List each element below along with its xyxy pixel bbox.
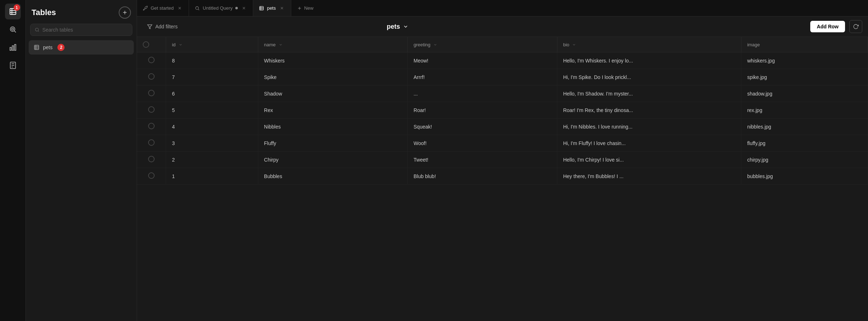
tab-pets-close[interactable]: ✕: [279, 5, 285, 11]
col-name-label: name: [264, 42, 276, 47]
cell-bio-4: Hi, I'm Nibbles. I love running...: [557, 118, 741, 135]
tab-get-started-label: Get started: [151, 5, 174, 11]
sort-icon-greeting: [433, 43, 437, 47]
cell-checkbox-0: [137, 52, 166, 69]
col-header-bio[interactable]: bio: [557, 37, 741, 52]
cell-image-1: spike.jpg: [741, 69, 868, 85]
main-content: Get started ✕ Untitled Query ✕ pets ✕: [137, 0, 868, 321]
tab-untitled-query[interactable]: Untitled Query ✕: [189, 0, 253, 16]
tab-untitled-query-close[interactable]: ✕: [241, 5, 247, 11]
tab-get-started[interactable]: Get started ✕: [137, 0, 189, 16]
refresh-icon: [853, 24, 859, 29]
tab-pets[interactable]: pets ✕: [253, 0, 291, 16]
cell-bio-6: Hello, I'm Chirpy! I love si...: [557, 152, 741, 168]
pets-table-icon: [259, 6, 264, 11]
svg-rect-8: [12, 46, 14, 50]
data-table: id name greeting: [137, 37, 868, 185]
row-checkbox-4[interactable]: [148, 123, 155, 129]
row-checkbox-1[interactable]: [148, 73, 155, 80]
refresh-button[interactable]: [849, 20, 862, 33]
row-checkbox-0[interactable]: [148, 57, 155, 63]
tab-bar: Get started ✕ Untitled Query ✕ pets ✕: [137, 0, 868, 17]
table-body: 8 Whiskers Meow! Hello, I'm Whiskers. I …: [137, 52, 868, 185]
table-row: 7 Spike Arrrf! Hi, I'm Spike. Do I look …: [137, 69, 868, 85]
svg-line-15: [38, 31, 39, 31]
row-checkbox-6[interactable]: [148, 156, 155, 162]
cell-image-4: nibbles.jpg: [741, 118, 868, 135]
table-row: 4 Nibbles Squeak! Hi, I'm Nibbles. I lov…: [137, 118, 868, 135]
sidebar-item-queries[interactable]: [5, 22, 21, 37]
svg-rect-22: [260, 6, 264, 10]
rocket-icon: [143, 6, 148, 11]
svg-point-4: [10, 27, 15, 32]
sidebar-item-tables[interactable]: 1: [5, 4, 21, 19]
col-header-name[interactable]: name: [258, 37, 408, 52]
new-tab-label: New: [304, 5, 313, 11]
toolbar: Add filters pets Add Row: [137, 17, 868, 37]
svg-rect-9: [14, 45, 16, 51]
header-checkbox[interactable]: [143, 41, 149, 48]
cell-greeting-6: Tweet!: [408, 152, 557, 168]
cell-id-4: 4: [166, 118, 258, 135]
sort-icon-name: [279, 43, 283, 47]
col-header-checkbox: [137, 37, 166, 52]
cell-checkbox-6: [137, 152, 166, 168]
cell-bio-1: Hi, I'm Spike. Do I look prickl...: [557, 69, 741, 85]
cell-checkbox-2: [137, 85, 166, 102]
sidebar-item-charts[interactable]: [5, 39, 21, 55]
row-checkbox-7[interactable]: [148, 172, 155, 179]
cell-name-0: Whiskers: [258, 52, 408, 69]
table-icon: [34, 45, 39, 50]
col-greeting-label: greeting: [414, 42, 430, 47]
svg-line-6: [14, 31, 16, 33]
sidebar-item-label: pets: [43, 45, 52, 50]
table-name: pets: [387, 23, 400, 31]
svg-rect-7: [10, 47, 11, 50]
cell-checkbox-3: [137, 102, 166, 118]
cell-id-2: 6: [166, 85, 258, 102]
add-filters-button[interactable]: Add filters: [143, 22, 182, 32]
table-row: 6 Shadow ... Hello, I'm Shadow. I'm myst…: [137, 85, 868, 102]
cell-checkbox-7: [137, 168, 166, 185]
table-row: 5 Rex Roar! Roar! I'm Rex, the tiny dino…: [137, 102, 868, 118]
search-input[interactable]: [42, 27, 128, 33]
cell-greeting-4: Squeak!: [408, 118, 557, 135]
row-checkbox-5[interactable]: [148, 139, 155, 146]
search-box: [30, 24, 132, 36]
cell-image-2: shadow.jpg: [741, 85, 868, 102]
sort-icon-id: [179, 43, 183, 47]
tab-get-started-close[interactable]: ✕: [176, 5, 183, 11]
sidebar-item-docs[interactable]: [5, 57, 21, 73]
cell-greeting-1: Arrrf!: [408, 69, 557, 85]
svg-point-20: [196, 6, 199, 9]
svg-point-5: [11, 28, 13, 30]
tab-untitled-query-label: Untitled Query: [203, 5, 232, 11]
col-header-image[interactable]: image: [741, 37, 868, 52]
chevron-down-icon: [403, 24, 409, 29]
svg-line-21: [198, 9, 199, 10]
cell-name-1: Spike: [258, 69, 408, 85]
cell-name-6: Chirpy: [258, 152, 408, 168]
cell-name-2: Shadow: [258, 85, 408, 102]
cell-greeting-7: Blub blub!: [408, 168, 557, 185]
col-header-greeting[interactable]: greeting: [408, 37, 557, 52]
add-table-button[interactable]: +: [119, 6, 131, 19]
table-row: 1 Bubbles Blub blub! Hey there, I'm Bubb…: [137, 168, 868, 185]
table-name-selector[interactable]: pets: [383, 22, 412, 32]
col-image-label: image: [747, 42, 760, 47]
new-tab-button[interactable]: New: [291, 0, 319, 16]
add-row-button[interactable]: Add Row: [810, 21, 845, 32]
cell-id-0: 8: [166, 52, 258, 69]
cell-image-5: fluffy.jpg: [741, 135, 868, 152]
cell-greeting-3: Roar!: [408, 102, 557, 118]
cell-checkbox-1: [137, 69, 166, 85]
cell-id-1: 7: [166, 69, 258, 85]
sidebar-item-pets[interactable]: pets 2: [29, 40, 134, 55]
cell-image-0: whiskers.jpg: [741, 52, 868, 69]
col-header-id[interactable]: id: [166, 37, 258, 52]
row-checkbox-3[interactable]: [148, 106, 155, 113]
cell-bio-5: Hi, I'm Fluffy! I love chasin...: [557, 135, 741, 152]
table-header-row: id name greeting: [137, 37, 868, 52]
row-checkbox-2[interactable]: [148, 90, 155, 96]
cell-checkbox-5: [137, 135, 166, 152]
